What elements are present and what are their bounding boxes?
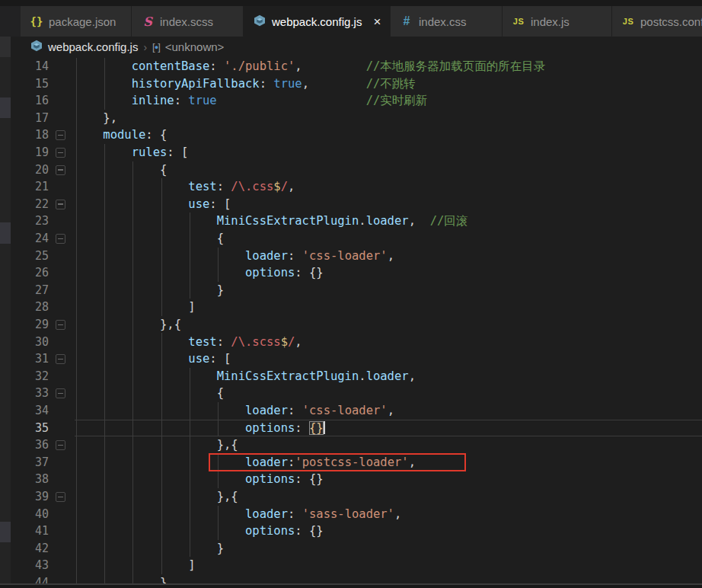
- vscode-window: {}package.jsonSindex.scsswebpack.config.…: [0, 0, 702, 588]
- code-line[interactable]: 14 contentBase: './public', //本地服务器加载页面的…: [0, 58, 702, 75]
- fold-icon[interactable]: [56, 492, 65, 502]
- fold-icon[interactable]: [56, 234, 65, 244]
- tab-webpack-config-js[interactable]: webpack.config.js×: [244, 6, 391, 37]
- tabbar-spacer: [0, 6, 21, 37]
- braces-icon: {}: [30, 15, 43, 27]
- code-text: rules: [: [75, 144, 188, 161]
- code-line[interactable]: 16 inline: true //实时刷新: [0, 92, 702, 110]
- code-line[interactable]: 34 loader: 'css-loader',: [0, 402, 702, 420]
- code-line[interactable]: 28 ]: [0, 299, 702, 316]
- code-line[interactable]: 38 options: {}: [0, 471, 702, 488]
- code-line[interactable]: 20 {: [0, 161, 702, 179]
- line-number: 23: [0, 213, 49, 230]
- tab-index-js[interactable]: JSindex.js: [503, 6, 612, 37]
- code-text: MiniCssExtractPlugin.loader, //回滚: [75, 213, 467, 230]
- code-line[interactable]: 23 MiniCssExtractPlugin.loader, //回滚: [0, 213, 702, 230]
- fold-icon[interactable]: [56, 165, 65, 175]
- fold-icon[interactable]: [56, 320, 65, 330]
- annotation-red-box: [209, 453, 466, 471]
- tab-bar: {}package.jsonSindex.scsswebpack.config.…: [0, 6, 702, 37]
- code-text: },: [75, 110, 117, 127]
- code-line[interactable]: 29 },{: [0, 316, 702, 334]
- line-number: 16: [0, 92, 49, 110]
- line-number: 27: [0, 282, 49, 299]
- line-number: 33: [0, 385, 49, 402]
- line-number: 35: [0, 420, 49, 437]
- code-line[interactable]: 40 loader: 'sass-loader',: [0, 506, 702, 523]
- line-number: 29: [0, 316, 49, 334]
- line-number: 43: [0, 557, 49, 574]
- line-number: 24: [0, 230, 49, 248]
- code-line[interactable]: 33 {: [0, 385, 702, 402]
- code-line[interactable]: 22 use: [: [0, 196, 702, 213]
- line-number: 21: [0, 178, 49, 196]
- code-line[interactable]: 18 module: {: [0, 126, 702, 144]
- breadcrumb: webpack.config.js › [●] <unknown>: [0, 37, 702, 57]
- code-editor[interactable]: 14 contentBase: './public', //本地服务器加载页面的…: [0, 57, 702, 583]
- tab-label: index.css: [419, 15, 467, 28]
- code-line[interactable]: 36 },{: [0, 436, 702, 454]
- code-line[interactable]: 35 options: {}: [0, 420, 702, 437]
- code-text: }: [75, 282, 224, 299]
- code-line[interactable]: 27 }: [0, 282, 702, 299]
- code-line[interactable]: 43 ]: [0, 557, 702, 574]
- tab-label: package.json: [49, 15, 116, 28]
- breadcrumb-file[interactable]: webpack.config.js: [48, 40, 138, 53]
- line-number: 19: [0, 144, 49, 161]
- code-line[interactable]: 24 {: [0, 230, 702, 248]
- code-line[interactable]: 30 test: /\.scss$/,: [0, 334, 702, 351]
- line-number: 30: [0, 334, 49, 351]
- code-text: historyApiFallback: true, //不跳转: [75, 75, 416, 93]
- line-number: 26: [0, 264, 49, 282]
- tab-index-css[interactable]: #index.css: [391, 6, 503, 37]
- code-text: use: [: [75, 350, 231, 368]
- code-line[interactable]: 17 },: [0, 110, 702, 127]
- code-text: options: {}: [75, 264, 324, 282]
- titlebar-strip: [0, 0, 702, 6]
- line-number: 18: [0, 126, 49, 144]
- code-line[interactable]: 25 loader: 'css-loader',: [0, 248, 702, 265]
- code-text: loader: 'sass-loader',: [75, 506, 401, 523]
- code-text: {: [75, 161, 167, 179]
- tab-postcss-config-js[interactable]: JSpostcss.config.js: [612, 6, 702, 37]
- left-rail-breadcrumb-block: [0, 37, 11, 57]
- code-text: contentBase: './public', //本地服务器加载页面的所在目…: [75, 58, 545, 75]
- fold-icon[interactable]: [56, 388, 65, 398]
- code-text: }: [75, 540, 224, 558]
- js-icon: JS: [512, 17, 525, 26]
- line-number: 38: [0, 471, 49, 488]
- line-number: 25: [0, 248, 49, 265]
- code-line[interactable]: 31 use: [: [0, 350, 702, 368]
- code-line[interactable]: 26 options: {}: [0, 264, 702, 282]
- breadcrumb-symbol[interactable]: <unknown>: [165, 40, 225, 53]
- close-icon[interactable]: ×: [367, 15, 381, 28]
- line-number: 34: [0, 402, 49, 420]
- code-line[interactable]: 42 }: [0, 540, 702, 558]
- code-line[interactable]: 39 },{: [0, 488, 702, 506]
- code-line[interactable]: 44 }: [0, 574, 702, 583]
- line-number: 32: [0, 368, 49, 385]
- fold-icon[interactable]: [56, 440, 65, 450]
- tab-index-scss[interactable]: Sindex.scss: [132, 6, 244, 37]
- webpack-icon: [253, 14, 266, 29]
- chevron-right-icon: ›: [143, 41, 147, 53]
- line-number: 36: [0, 436, 49, 454]
- line-number: 15: [0, 75, 49, 93]
- tab-label: webpack.config.js: [272, 15, 362, 28]
- code-text: test: /\.scss$/,: [75, 334, 302, 351]
- fold-icon[interactable]: [56, 130, 65, 140]
- code-text: ]: [75, 299, 196, 316]
- code-line[interactable]: 32 MiniCssExtractPlugin.loader,: [0, 368, 702, 385]
- code-line[interactable]: 41 options: {}: [0, 522, 702, 540]
- fold-icon[interactable]: [56, 200, 65, 209]
- code-text: }: [75, 574, 167, 583]
- code-line[interactable]: 15 historyApiFallback: true, //不跳转: [0, 75, 702, 93]
- code-line[interactable]: 21 test: /\.css$/,: [0, 178, 702, 196]
- code-text: ]: [75, 557, 196, 574]
- js-icon: JS: [621, 17, 635, 26]
- fold-icon[interactable]: [56, 148, 65, 158]
- code-line[interactable]: 19 rules: [: [0, 144, 702, 161]
- tab-package-json[interactable]: {}package.json: [21, 6, 132, 37]
- fold-icon[interactable]: [56, 354, 65, 364]
- line-number: 17: [0, 110, 49, 127]
